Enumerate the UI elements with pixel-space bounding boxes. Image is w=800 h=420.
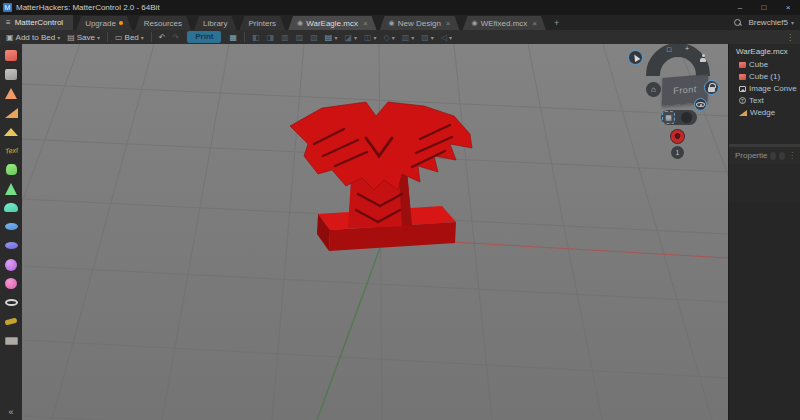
person-view-button[interactable] — [700, 54, 706, 62]
primitive-cylinder[interactable] — [2, 163, 20, 176]
doc-tab-wareagle-label: WarEagle.mcx — [306, 19, 358, 28]
undo-button[interactable]: ↶ — [157, 31, 168, 43]
text-icon: T — [739, 97, 746, 104]
material-tool-button[interactable]: ◇ ▾ — [382, 31, 397, 43]
image-converter-icon — [5, 299, 18, 306]
lock-view-button[interactable] — [704, 80, 719, 95]
add-to-bed-button[interactable]: ▣ Add to Bed ▾ — [4, 31, 62, 43]
primitive-image-converter[interactable] — [2, 296, 20, 309]
half-wedge-icon — [4, 128, 18, 136]
print-button[interactable]: Print — [187, 31, 221, 43]
close-tab-icon[interactable]: × — [363, 19, 368, 28]
doc-tab-wefixed[interactable]: ◉ WEfixed.mcx × — [463, 16, 546, 30]
save-button[interactable]: ▤ Save ▾ — [65, 31, 102, 43]
redo-button[interactable]: ↷ — [171, 31, 182, 43]
part-icon: ◉ — [389, 19, 395, 27]
properties-header: Propertie ⋮ — [729, 147, 800, 164]
mirror-icon: ▨ — [296, 33, 304, 42]
primitive-half-wedge[interactable] — [2, 125, 20, 138]
align-button[interactable]: ▧ — [308, 31, 320, 43]
scale-tool-button[interactable]: ◫ ▾ — [362, 31, 379, 43]
group-button[interactable]: ◨ — [265, 31, 277, 43]
account-menu[interactable]: Brewchief5 ▾ — [748, 18, 794, 27]
primitive-sphere[interactable] — [2, 258, 20, 271]
visibility-button[interactable] — [694, 98, 707, 111]
main-menu-label: MatterControl — [15, 18, 63, 27]
duplicate-button[interactable]: ◧ — [250, 31, 262, 43]
layers-icon: ▤ — [325, 33, 333, 42]
bed-button[interactable]: ▭ Bed ▾ — [113, 31, 146, 43]
x-axis-line — [452, 242, 728, 258]
properties-lock-icon[interactable] — [779, 152, 785, 160]
primitive-pyramid[interactable] — [2, 87, 20, 100]
scene-item-cube-1[interactable]: Cube (1) — [729, 71, 800, 82]
tab-printers[interactable]: Printers — [240, 16, 286, 30]
extruder-button[interactable]: 1 — [671, 146, 684, 159]
home-view-button[interactable]: ⌂ — [646, 82, 661, 97]
scene-item-text[interactable]: T Text — [729, 95, 800, 106]
bed-on-icon: ▦ — [662, 111, 675, 124]
properties-help-icon[interactable] — [770, 152, 776, 160]
collapse-sidebar-button[interactable]: « — [8, 407, 13, 417]
bed-off-circle — [681, 112, 692, 123]
scene-item-wedge[interactable]: Wedge — [729, 107, 800, 118]
primitive-torus[interactable] — [2, 220, 20, 233]
mattercontrol-window: M MatterHackers: MatterControl 2.0 - 64B… — [0, 0, 800, 420]
main-menu-tab[interactable]: ≡ MatterControl — [0, 15, 73, 30]
scene-canvas — [22, 44, 728, 420]
close-tab-icon[interactable]: × — [532, 19, 537, 28]
minimize-button[interactable]: – — [728, 3, 752, 12]
undo-icon: ↶ — [159, 33, 166, 42]
lock-icon — [708, 87, 715, 92]
primitive-half-sphere[interactable] — [2, 201, 20, 214]
tab-upgrade-label: Upgrade — [85, 19, 116, 28]
pen-tool-button[interactable]: ▨ ▾ — [419, 31, 436, 43]
scene-panel: WarEagle.mcx Cube Cube (1) Image Conve T… — [728, 44, 800, 420]
scene-item-cube[interactable]: Cube — [729, 59, 800, 70]
new-tab-button[interactable]: + — [550, 16, 563, 30]
primitive-wedge[interactable] — [2, 106, 20, 119]
chevron-down-icon: ▾ — [354, 34, 357, 41]
search-icon[interactable] — [734, 19, 742, 27]
ring-icon — [5, 242, 18, 249]
primitive-image-card[interactable] — [2, 334, 20, 347]
cylinder-icon — [6, 164, 17, 175]
supports-tool-button[interactable]: ▥ ▾ — [400, 31, 417, 43]
tab-resources[interactable]: Resources — [135, 16, 191, 30]
bed-visibility-toggle[interactable]: ▦ — [661, 110, 697, 125]
cube-icon — [5, 50, 17, 61]
model-wareagle[interactable] — [290, 102, 472, 251]
primitive-text[interactable]: Text — [2, 144, 20, 157]
chevron-down-icon: ▾ — [431, 34, 434, 41]
zoom-in-button[interactable]: + — [685, 45, 689, 52]
line-tool-button[interactable]: ◁ ▾ — [439, 31, 454, 43]
primitive-sphere-pink[interactable] — [2, 277, 20, 290]
viewport-3d[interactable]: □ + Front ⌂ ▦ 1 — [22, 44, 728, 420]
reset-view-button[interactable]: □ — [667, 46, 671, 53]
toolbar-divider — [107, 32, 108, 42]
primitive-cube[interactable] — [2, 49, 20, 62]
properties-overflow-icon[interactable]: ⋮ — [788, 151, 798, 160]
rotate-tool-button[interactable]: ◪ ▾ — [342, 31, 359, 43]
maximize-button[interactable]: □ — [752, 3, 776, 12]
slice-button[interactable]: ▦ — [227, 31, 239, 43]
doc-tab-newdesign[interactable]: ◉ New Design × — [380, 16, 460, 30]
rotate-mode-button[interactable] — [628, 50, 643, 65]
tab-upgrade[interactable]: Upgrade — [76, 16, 132, 30]
primitive-hook[interactable] — [2, 315, 20, 328]
tabbar-right: Brewchief5 ▾ — [734, 15, 800, 30]
mirror-button[interactable]: ▨ — [294, 31, 306, 43]
close-tab-icon[interactable]: × — [446, 19, 451, 28]
scene-item-image-converter[interactable]: Image Conve — [729, 83, 800, 94]
close-button[interactable]: × — [776, 3, 800, 12]
half-sphere-icon — [4, 203, 18, 212]
primitive-ring[interactable] — [2, 239, 20, 252]
doc-tab-wareagle[interactable]: ◉ WarEagle.mcx × — [288, 16, 377, 30]
primitive-cube-gray[interactable] — [2, 68, 20, 81]
layers-button[interactable]: ▤ ▾ — [323, 31, 340, 43]
ungroup-button[interactable]: ▥ — [279, 31, 291, 43]
tab-library[interactable]: Library — [194, 16, 236, 30]
primitive-cone[interactable] — [2, 182, 20, 195]
toolbar-overflow-icon[interactable]: ⋮ — [786, 33, 796, 42]
material-color-button[interactable] — [670, 129, 685, 144]
